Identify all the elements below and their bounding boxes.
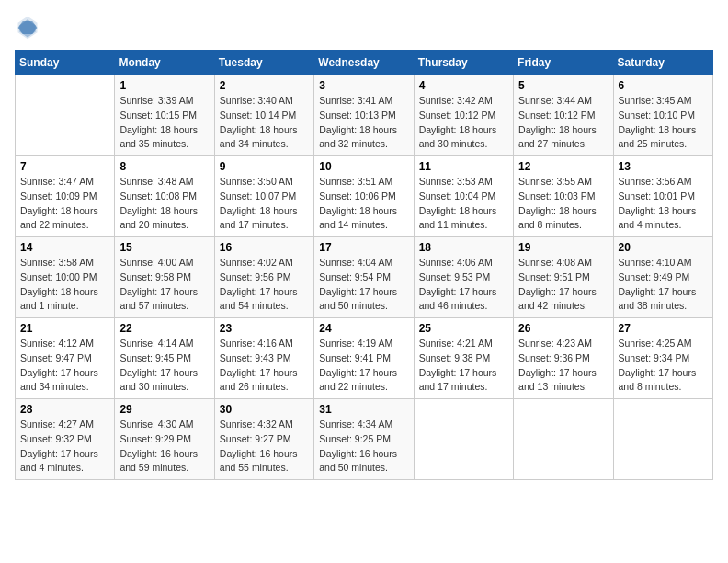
day-info: Sunrise: 3:58 AM Sunset: 10:00 PM Daylig… (20, 256, 109, 314)
day-of-week-header: Monday (115, 51, 214, 75)
day-number: 12 (518, 160, 608, 173)
day-number: 14 (20, 241, 109, 254)
day-info: Sunrise: 3:53 AM Sunset: 10:04 PM Daylig… (419, 175, 508, 233)
calendar-cell: 30Sunrise: 4:32 AM Sunset: 9:27 PM Dayli… (214, 399, 313, 480)
calendar-cell (16, 75, 115, 156)
day-of-week-header: Sunday (16, 51, 115, 75)
day-of-week-header: Tuesday (214, 51, 313, 75)
calendar-cell (414, 399, 513, 480)
day-number: 15 (119, 241, 209, 254)
day-info: Sunrise: 3:50 AM Sunset: 10:07 PM Daylig… (220, 175, 309, 233)
calendar-cell (613, 399, 712, 480)
calendar-cell: 1Sunrise: 3:39 AM Sunset: 10:15 PM Dayli… (115, 75, 214, 156)
calendar-week-row: 28Sunrise: 4:27 AM Sunset: 9:32 PM Dayli… (16, 399, 713, 480)
day-number: 3 (319, 79, 408, 92)
calendar-cell: 7Sunrise: 3:47 AM Sunset: 10:09 PM Dayli… (16, 156, 115, 237)
day-info: Sunrise: 4:19 AM Sunset: 9:41 PM Dayligh… (319, 337, 408, 395)
calendar-cell: 18Sunrise: 4:06 AM Sunset: 9:53 PM Dayli… (414, 237, 513, 318)
day-info: Sunrise: 4:10 AM Sunset: 9:49 PM Dayligh… (619, 256, 708, 314)
day-info: Sunrise: 3:47 AM Sunset: 10:09 PM Daylig… (20, 175, 109, 233)
day-info: Sunrise: 4:27 AM Sunset: 9:32 PM Dayligh… (20, 418, 109, 476)
day-info: Sunrise: 4:04 AM Sunset: 9:54 PM Dayligh… (319, 256, 408, 314)
calendar-cell: 27Sunrise: 4:25 AM Sunset: 9:34 PM Dayli… (613, 318, 712, 399)
day-info: Sunrise: 4:21 AM Sunset: 9:38 PM Dayligh… (419, 337, 508, 395)
calendar-cell: 16Sunrise: 4:02 AM Sunset: 9:56 PM Dayli… (214, 237, 313, 318)
day-number: 7 (20, 160, 109, 173)
day-info: Sunrise: 4:30 AM Sunset: 9:29 PM Dayligh… (119, 418, 209, 476)
day-number: 21 (20, 322, 109, 335)
calendar-week-row: 7Sunrise: 3:47 AM Sunset: 10:09 PM Dayli… (16, 156, 713, 237)
day-info: Sunrise: 4:06 AM Sunset: 9:53 PM Dayligh… (419, 256, 508, 314)
day-info: Sunrise: 4:34 AM Sunset: 9:25 PM Dayligh… (319, 418, 408, 476)
day-number: 11 (419, 160, 508, 173)
calendar-week-row: 14Sunrise: 3:58 AM Sunset: 10:00 PM Dayl… (16, 237, 713, 318)
calendar-cell: 13Sunrise: 3:56 AM Sunset: 10:01 PM Dayl… (613, 156, 712, 237)
day-of-week-header: Wednesday (314, 51, 414, 75)
day-info: Sunrise: 4:00 AM Sunset: 9:58 PM Dayligh… (119, 256, 209, 314)
day-of-week-header: Saturday (613, 51, 712, 75)
calendar-cell: 31Sunrise: 4:34 AM Sunset: 9:25 PM Dayli… (314, 399, 414, 480)
calendar-cell: 14Sunrise: 3:58 AM Sunset: 10:00 PM Dayl… (16, 237, 115, 318)
day-number: 26 (518, 322, 608, 335)
calendar-cell: 17Sunrise: 4:04 AM Sunset: 9:54 PM Dayli… (314, 237, 414, 318)
logo-icon (15, 15, 40, 40)
day-number: 27 (619, 322, 708, 335)
day-info: Sunrise: 3:55 AM Sunset: 10:03 PM Daylig… (518, 175, 608, 233)
calendar-cell: 5Sunrise: 3:44 AM Sunset: 10:12 PM Dayli… (514, 75, 613, 156)
day-info: Sunrise: 4:23 AM Sunset: 9:36 PM Dayligh… (518, 337, 608, 395)
calendar-cell: 15Sunrise: 4:00 AM Sunset: 9:58 PM Dayli… (115, 237, 214, 318)
day-number: 25 (419, 322, 508, 335)
day-info: Sunrise: 4:32 AM Sunset: 9:27 PM Dayligh… (220, 418, 309, 476)
day-info: Sunrise: 4:14 AM Sunset: 9:45 PM Dayligh… (119, 337, 209, 395)
day-number: 19 (518, 241, 608, 254)
day-number: 8 (119, 160, 209, 173)
calendar-cell: 3Sunrise: 3:41 AM Sunset: 10:13 PM Dayli… (314, 75, 414, 156)
day-info: Sunrise: 3:45 AM Sunset: 10:10 PM Daylig… (619, 94, 708, 152)
day-info: Sunrise: 3:42 AM Sunset: 10:12 PM Daylig… (419, 94, 508, 152)
day-number: 18 (419, 241, 508, 254)
calendar-cell (514, 399, 613, 480)
calendar-cell: 24Sunrise: 4:19 AM Sunset: 9:41 PM Dayli… (314, 318, 414, 399)
calendar-table: SundayMondayTuesdayWednesdayThursdayFrid… (15, 50, 713, 480)
calendar-cell: 19Sunrise: 4:08 AM Sunset: 9:51 PM Dayli… (514, 237, 613, 318)
calendar-cell: 28Sunrise: 4:27 AM Sunset: 9:32 PM Dayli… (16, 399, 115, 480)
page-header (15, 15, 713, 40)
day-number: 17 (319, 241, 408, 254)
day-number: 29 (119, 403, 209, 416)
day-number: 2 (220, 79, 309, 92)
day-info: Sunrise: 4:08 AM Sunset: 9:51 PM Dayligh… (518, 256, 608, 314)
calendar-cell: 6Sunrise: 3:45 AM Sunset: 10:10 PM Dayli… (613, 75, 712, 156)
day-info: Sunrise: 4:02 AM Sunset: 9:56 PM Dayligh… (220, 256, 309, 314)
day-number: 24 (319, 322, 408, 335)
day-info: Sunrise: 4:25 AM Sunset: 9:34 PM Dayligh… (619, 337, 708, 395)
day-info: Sunrise: 3:51 AM Sunset: 10:06 PM Daylig… (319, 175, 408, 233)
day-number: 31 (319, 403, 408, 416)
calendar-cell: 2Sunrise: 3:40 AM Sunset: 10:14 PM Dayli… (214, 75, 313, 156)
calendar-week-row: 21Sunrise: 4:12 AM Sunset: 9:47 PM Dayli… (16, 318, 713, 399)
day-number: 1 (119, 79, 209, 92)
day-number: 22 (119, 322, 209, 335)
calendar-cell: 22Sunrise: 4:14 AM Sunset: 9:45 PM Dayli… (115, 318, 214, 399)
logo (15, 15, 44, 40)
day-number: 5 (518, 79, 608, 92)
day-number: 28 (20, 403, 109, 416)
day-number: 10 (319, 160, 408, 173)
day-number: 30 (220, 403, 309, 416)
calendar-cell: 12Sunrise: 3:55 AM Sunset: 10:03 PM Dayl… (514, 156, 613, 237)
calendar-cell: 29Sunrise: 4:30 AM Sunset: 9:29 PM Dayli… (115, 399, 214, 480)
day-of-week-header: Thursday (414, 51, 513, 75)
day-number: 6 (619, 79, 708, 92)
calendar-cell: 26Sunrise: 4:23 AM Sunset: 9:36 PM Dayli… (514, 318, 613, 399)
day-number: 9 (220, 160, 309, 173)
calendar-cell: 25Sunrise: 4:21 AM Sunset: 9:38 PM Dayli… (414, 318, 513, 399)
calendar-cell: 11Sunrise: 3:53 AM Sunset: 10:04 PM Dayl… (414, 156, 513, 237)
calendar-header-row: SundayMondayTuesdayWednesdayThursdayFrid… (16, 51, 713, 75)
calendar-cell: 8Sunrise: 3:48 AM Sunset: 10:08 PM Dayli… (115, 156, 214, 237)
day-info: Sunrise: 3:39 AM Sunset: 10:15 PM Daylig… (119, 94, 209, 152)
day-number: 13 (619, 160, 708, 173)
day-info: Sunrise: 3:44 AM Sunset: 10:12 PM Daylig… (518, 94, 608, 152)
day-of-week-header: Friday (514, 51, 613, 75)
day-number: 16 (220, 241, 309, 254)
calendar-cell: 21Sunrise: 4:12 AM Sunset: 9:47 PM Dayli… (16, 318, 115, 399)
calendar-cell: 4Sunrise: 3:42 AM Sunset: 10:12 PM Dayli… (414, 75, 513, 156)
